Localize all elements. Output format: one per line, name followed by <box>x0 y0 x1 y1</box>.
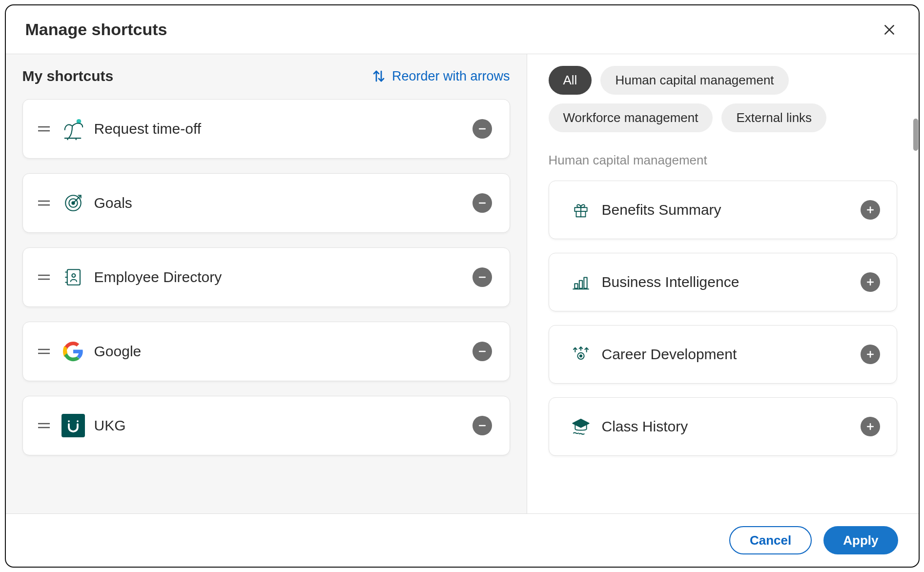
shortcut-label: Goals <box>94 195 472 211</box>
reorder-arrows-icon <box>371 69 386 83</box>
drag-handle-icon[interactable] <box>37 196 51 210</box>
svg-point-24 <box>72 274 75 277</box>
add-shortcut-button[interactable] <box>861 417 880 436</box>
shortcut-label: Employee Directory <box>94 269 472 286</box>
svg-point-31 <box>68 420 70 422</box>
svg-point-32 <box>77 420 79 422</box>
bar-chart-icon <box>571 272 591 292</box>
scrollbar-thumb[interactable] <box>913 119 918 151</box>
google-logo-icon <box>61 339 85 364</box>
my-shortcuts-header: My shortcuts Reorder with arrows <box>22 68 510 84</box>
available-shortcuts-pane: All Human capital management Workforce m… <box>527 54 919 513</box>
available-shortcut-label: Career Development <box>602 346 861 363</box>
filter-chip-human-capital-management[interactable]: Human capital management <box>600 66 788 95</box>
svg-point-46 <box>579 355 581 357</box>
graduation-cap-icon <box>571 416 591 437</box>
reorder-with-arrows-link[interactable]: Reorder with arrows <box>371 69 510 84</box>
apply-button[interactable]: Apply <box>823 526 898 554</box>
shortcut-label: Request time-off <box>94 121 472 137</box>
available-shortcut-benefits-summary[interactable]: Benefits Summary <box>549 181 897 239</box>
section-label: Human capital management <box>549 153 897 168</box>
available-shortcut-career-development[interactable]: Career Development <box>549 325 897 384</box>
shortcut-item-employee-directory[interactable]: Employee Directory <box>22 247 510 307</box>
shortcut-item-ukg[interactable]: UKG <box>22 396 510 455</box>
my-shortcuts-title: My shortcuts <box>22 68 114 84</box>
remove-shortcut-button[interactable] <box>472 193 492 213</box>
filter-chip-external-links[interactable]: External links <box>721 103 826 132</box>
plus-icon <box>865 277 875 287</box>
remove-shortcut-button[interactable] <box>472 267 492 287</box>
shortcut-item-google[interactable]: Google <box>22 322 510 381</box>
cancel-button[interactable]: Cancel <box>729 526 812 554</box>
shortcut-item-goals[interactable]: Goals <box>22 173 510 233</box>
plus-icon <box>865 205 875 215</box>
add-shortcut-button[interactable] <box>861 200 880 220</box>
shortcut-item-request-time-off[interactable]: Request time-off <box>22 99 510 159</box>
available-shortcut-label: Benefits Summary <box>602 202 861 218</box>
close-button[interactable] <box>880 20 899 40</box>
add-shortcut-button[interactable] <box>861 345 880 364</box>
filter-chip-workforce-management[interactable]: Workforce management <box>549 103 713 132</box>
svg-rect-39 <box>575 284 577 288</box>
filter-chip-all[interactable]: All <box>549 66 592 95</box>
dialog-footer: Cancel Apply <box>6 514 919 567</box>
available-shortcut-label: Business Intelligence <box>602 274 861 290</box>
remove-shortcut-button[interactable] <box>472 342 492 361</box>
dialog-header: Manage shortcuts <box>6 5 919 54</box>
svg-rect-41 <box>584 278 587 288</box>
add-shortcut-button[interactable] <box>861 272 880 292</box>
minus-icon <box>477 198 487 208</box>
drag-handle-icon[interactable] <box>37 122 51 136</box>
address-book-icon <box>61 265 85 289</box>
minus-icon <box>477 124 487 134</box>
manage-shortcuts-dialog: Manage shortcuts My shortcuts Reorder wi… <box>5 4 920 568</box>
shortcut-label: Google <box>94 343 472 360</box>
available-shortcut-class-history[interactable]: Class History <box>549 397 897 456</box>
dialog-title: Manage shortcuts <box>25 20 167 39</box>
available-shortcut-label: Class History <box>602 418 861 435</box>
available-shortcut-business-intelligence[interactable]: Business Intelligence <box>549 253 897 311</box>
palm-tree-icon <box>61 117 85 141</box>
dialog-body: My shortcuts Reorder with arrows <box>6 54 919 514</box>
career-development-icon <box>571 344 591 365</box>
remove-shortcut-button[interactable] <box>472 119 492 139</box>
svg-rect-40 <box>579 281 582 288</box>
shortcut-label: UKG <box>94 417 472 434</box>
minus-icon <box>477 347 487 356</box>
plus-icon <box>865 349 875 359</box>
svg-line-16 <box>73 196 80 203</box>
close-icon <box>883 23 896 36</box>
drag-handle-icon[interactable] <box>37 418 51 433</box>
filter-chips: All Human capital management Workforce m… <box>549 66 897 132</box>
minus-icon <box>477 421 487 430</box>
plus-icon <box>865 422 875 431</box>
ukg-logo-icon <box>61 413 85 438</box>
reorder-label: Reorder with arrows <box>392 69 510 84</box>
drag-handle-icon[interactable] <box>37 270 51 285</box>
gift-icon <box>571 200 591 220</box>
target-icon <box>61 191 85 215</box>
minus-icon <box>477 272 487 282</box>
remove-shortcut-button[interactable] <box>472 416 492 435</box>
my-shortcuts-pane: My shortcuts Reorder with arrows <box>6 54 527 513</box>
drag-handle-icon[interactable] <box>37 344 51 359</box>
